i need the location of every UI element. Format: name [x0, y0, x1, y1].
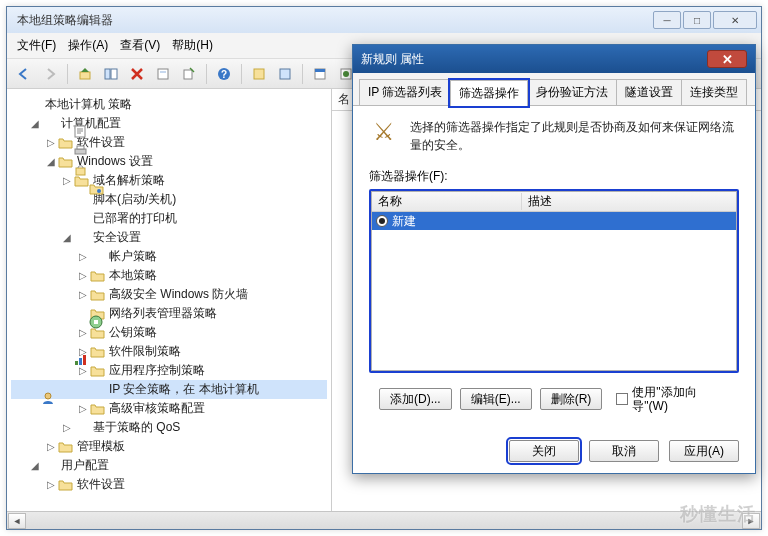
export-button[interactable] — [178, 63, 200, 85]
close-button[interactable]: 关闭 — [509, 440, 579, 462]
svg-rect-9 — [280, 69, 290, 79]
help-button[interactable]: ? — [213, 63, 235, 85]
tree-user-config[interactable]: ◢用户配置 — [11, 456, 327, 475]
svg-point-13 — [343, 71, 349, 77]
dialog-info-text: 选择的筛选器操作指定了此规则是否协商及如何来保证网络流量的安全。 — [410, 118, 739, 154]
tree-root[interactable]: 本地计算机 策略 — [11, 95, 327, 114]
up-button[interactable] — [74, 63, 96, 85]
svg-rect-1 — [105, 69, 110, 79]
menu-file[interactable]: 文件(F) — [17, 37, 56, 54]
col-desc[interactable]: 描述 — [522, 193, 736, 210]
tree-scripts[interactable]: 脚本(启动/关机) — [11, 190, 327, 209]
svg-rect-11 — [315, 69, 325, 72]
tree-pane[interactable]: 本地计算机 策略 ◢计算机配置 ▷软件设置 ◢Windows 设置 ▷域名解析策… — [7, 89, 332, 529]
svg-rect-25 — [75, 361, 78, 365]
tree-software-restrict[interactable]: ▷软件限制策略 — [11, 342, 327, 361]
tab-conn-type[interactable]: 连接类型 — [681, 79, 747, 105]
svg-rect-24 — [94, 320, 98, 324]
properties-button[interactable] — [152, 63, 174, 85]
properties-dialog: 新规则 属性 ✕ IP 筛选器列表 筛选器操作 身份验证方法 隧道设置 连接类型… — [352, 44, 756, 474]
svg-rect-5 — [184, 70, 192, 79]
tree-policy-qos[interactable]: ▷基于策略的 QoS — [11, 418, 327, 437]
security-icon — [73, 230, 89, 246]
policy-icon — [25, 97, 41, 113]
window-title: 本地组策略编辑器 — [11, 12, 653, 29]
tree-ip-security[interactable]: IP 安全策略，在 本地计算机 — [11, 380, 327, 399]
horizontal-scrollbar[interactable]: ◄ ► — [7, 511, 761, 529]
list-item-name: 新建 — [392, 213, 416, 230]
svg-rect-19 — [75, 149, 86, 154]
tree-public-key[interactable]: ▷公钥策略 — [11, 323, 327, 342]
filter-action-list[interactable]: 名称 描述 新建 — [371, 191, 737, 371]
filter-action-label: 筛选器操作(F): — [369, 168, 739, 185]
svg-rect-4 — [160, 71, 166, 73]
folder-icon — [57, 439, 73, 455]
delete-button[interactable] — [126, 63, 148, 85]
tb-icon-a[interactable] — [248, 63, 270, 85]
tab-filter-action[interactable]: 筛选器操作 — [450, 80, 528, 106]
show-hide-tree-button[interactable] — [100, 63, 122, 85]
tree-user-software[interactable]: ▷软件设置 — [11, 475, 327, 494]
svg-rect-20 — [77, 146, 84, 149]
use-wizard-checkbox[interactable]: 使用"添加向导"(W) — [616, 385, 712, 414]
dialog-close-button[interactable]: ✕ — [707, 50, 747, 68]
tree-computer-config[interactable]: ◢计算机配置 — [11, 114, 327, 133]
forward-button[interactable] — [39, 63, 61, 85]
tree-account-policies[interactable]: ▷帐户策略 — [11, 247, 327, 266]
tab-tunnel-setting[interactable]: 隧道设置 — [616, 79, 682, 105]
col-name[interactable]: 名称 — [372, 193, 522, 210]
tree-local-policies[interactable]: ▷本地策略 — [11, 266, 327, 285]
dialog-tabs: IP 筛选器列表 筛选器操作 身份验证方法 隧道设置 连接类型 — [353, 73, 755, 106]
back-button[interactable] — [13, 63, 35, 85]
minimize-button[interactable]: ─ — [653, 11, 681, 29]
add-button[interactable]: 添加(D)... — [379, 388, 452, 410]
use-wizard-label: 使用"添加向导"(W) — [632, 385, 712, 414]
tree-windows-firewall[interactable]: ▷高级安全 Windows 防火墙 — [11, 285, 327, 304]
scroll-left-button[interactable]: ◄ — [8, 513, 26, 529]
tree-deployed-printers[interactable]: 已部署的打印机 — [11, 209, 327, 228]
watermark: 秒懂生活 — [680, 502, 756, 526]
tree-audit-policy[interactable]: ▷高级审核策略配置 — [11, 399, 327, 418]
tree-admin-templates[interactable]: ▷管理模板 — [11, 437, 327, 456]
remove-button[interactable]: 删除(R) — [540, 388, 603, 410]
dialog-title: 新规则 属性 — [361, 51, 707, 68]
tree-network-list[interactable]: 网络列表管理器策略 — [11, 304, 327, 323]
account-icon — [89, 249, 105, 265]
user-icon — [41, 458, 57, 474]
close-button[interactable]: ✕ — [713, 11, 757, 29]
svg-point-22 — [97, 189, 101, 193]
tree-software-settings[interactable]: ▷软件设置 — [11, 133, 327, 152]
tb-icon-c[interactable] — [309, 63, 331, 85]
edit-button[interactable]: 编辑(E)... — [460, 388, 532, 410]
filter-action-highlight: 名称 描述 新建 — [369, 189, 739, 373]
tree-security-settings[interactable]: ◢安全设置 — [11, 228, 327, 247]
svg-rect-21 — [76, 168, 85, 175]
ipsec-icon — [89, 382, 105, 398]
menu-view[interactable]: 查看(V) — [120, 37, 160, 54]
tab-auth-methods[interactable]: 身份验证方法 — [527, 79, 617, 105]
list-item[interactable]: 新建 — [372, 212, 736, 230]
svg-text:?: ? — [221, 69, 227, 80]
svg-rect-0 — [80, 72, 90, 79]
maximize-button[interactable]: □ — [683, 11, 711, 29]
svg-point-28 — [45, 393, 51, 399]
cancel-button[interactable]: 取消 — [589, 440, 659, 462]
radio-selected-icon[interactable] — [376, 215, 388, 227]
folder-icon — [89, 401, 105, 417]
dialog-titlebar: 新规则 属性 ✕ — [353, 45, 755, 73]
folder-icon — [89, 287, 105, 303]
folder-icon — [57, 154, 73, 170]
folder-icon — [57, 477, 73, 493]
folder-icon — [89, 268, 105, 284]
svg-rect-8 — [254, 69, 264, 79]
apply-button[interactable]: 应用(A) — [669, 440, 739, 462]
folder-icon — [57, 135, 73, 151]
tb-icon-b[interactable] — [274, 63, 296, 85]
menu-action[interactable]: 操作(A) — [68, 37, 108, 54]
tree-name-resolution[interactable]: ▷域名解析策略 — [11, 171, 327, 190]
tab-ip-filter-list[interactable]: IP 筛选器列表 — [359, 79, 451, 105]
tree-app-control[interactable]: ▷应用程序控制策略 — [11, 361, 327, 380]
menu-help[interactable]: 帮助(H) — [172, 37, 213, 54]
list-header: 名称 描述 — [372, 192, 736, 212]
tree-windows-settings[interactable]: ◢Windows 设置 — [11, 152, 327, 171]
